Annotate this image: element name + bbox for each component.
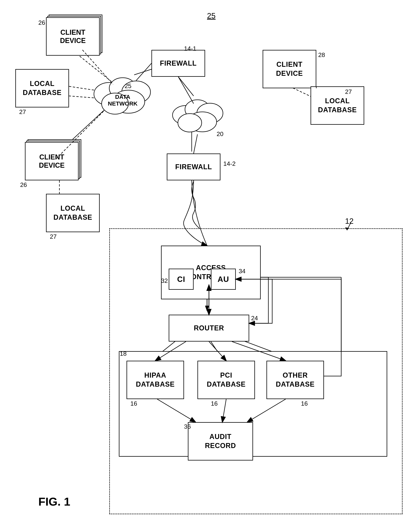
- label-16-other: 16: [301, 400, 308, 407]
- pci-db-label: PCIDATABASE: [207, 371, 246, 389]
- label-14-2: 14-2: [223, 160, 236, 167]
- label-14-1: 14-1: [184, 45, 196, 52]
- label-28: 28: [318, 52, 325, 59]
- figure-label: FIG. 1: [38, 495, 70, 508]
- client-device-top: CLIENTDEVICE: [46, 17, 100, 56]
- label-32: 32: [161, 277, 168, 284]
- label-36: 36: [184, 423, 191, 430]
- ci-label: CI: [177, 275, 185, 284]
- label-34: 34: [239, 268, 246, 275]
- firewall-bot-label: FIREWALL: [175, 163, 212, 171]
- audit-record-label: AUDITRECORD: [205, 432, 236, 450]
- svg-point-34: [178, 114, 202, 132]
- other-database: OTHERDATABASE: [267, 361, 324, 399]
- local-database-bot-left: LOCALDATABASE: [46, 194, 100, 232]
- local-db-top-left-label: LOCALDATABASE: [23, 79, 62, 97]
- other-db-label: OTHERDATABASE: [276, 371, 315, 389]
- router-label: ROUTER: [194, 324, 224, 332]
- local-database-right: LOCALDATABASE: [311, 86, 364, 125]
- label-16-pci: 16: [211, 400, 218, 407]
- label-16-hipaa: 16: [130, 400, 137, 407]
- firewall-bottom: FIREWALL: [167, 154, 220, 180]
- au-label: AU: [217, 275, 229, 284]
- data-network-cloud: DATA NETWORK: [90, 63, 155, 121]
- firewall-top: FIREWALL: [152, 50, 205, 77]
- client-device-top-right-label: CLIENTDEVICE: [276, 60, 303, 78]
- client-device-top-right: CLIENTDEVICE: [263, 50, 316, 88]
- label-26-top: 26: [38, 19, 45, 26]
- ci-box: CI: [169, 269, 194, 290]
- svg-text:DATA: DATA: [115, 94, 130, 100]
- client-device-mid-label: CLIENTDEVICE: [39, 153, 64, 170]
- label-18: 18: [120, 350, 127, 357]
- local-db-bot-left-label: LOCALDATABASE: [53, 204, 92, 222]
- hipaa-database: HIPAADATABASE: [127, 361, 184, 399]
- pci-database: PCIDATABASE: [197, 361, 255, 399]
- local-db-right-label: LOCALDATABASE: [318, 96, 357, 115]
- label-26-ml: 26: [20, 181, 27, 188]
- label-27-r: 27: [345, 88, 352, 95]
- firewall-top-label: FIREWALL: [160, 59, 197, 67]
- router-box: ROUTER: [169, 315, 249, 342]
- svg-text:NETWORK: NETWORK: [108, 100, 138, 107]
- diagram: 25 CLIENTDEVICE 26 LOCALDATABASE 27 CLIE…: [0, 0, 420, 529]
- label-24: 24: [251, 315, 258, 322]
- au-box: AU: [211, 269, 236, 290]
- client-device-mid-left: CLIENTDEVICE: [25, 142, 79, 180]
- label-20: 20: [216, 131, 224, 138]
- audit-record: AUDITRECORD: [188, 422, 253, 461]
- label-25: 25: [125, 82, 131, 90]
- local-database-top-left: LOCALDATABASE: [15, 69, 69, 107]
- client-device-top-label: CLIENTDEVICE: [60, 28, 86, 45]
- label-27-bl: 27: [50, 233, 57, 240]
- diagram-number: 25: [207, 12, 216, 20]
- label-27-tl: 27: [19, 108, 26, 116]
- hipaa-db-label: HIPAADATABASE: [136, 371, 175, 389]
